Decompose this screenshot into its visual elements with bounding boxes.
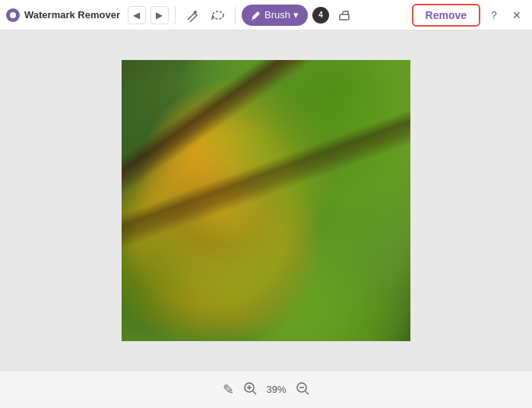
forward-button[interactable]: ▶ xyxy=(150,6,169,24)
zoom-level: 39% xyxy=(266,384,286,395)
brush-size-indicator: 4 xyxy=(312,7,329,24)
forward-icon: ▶ xyxy=(156,10,163,21)
zoom-controls: ✎ 39% xyxy=(0,370,532,408)
toolbar-divider xyxy=(175,6,176,24)
zoom-out-icon[interactable] xyxy=(296,381,309,398)
canvas-area xyxy=(0,30,532,370)
pan-tool-icon[interactable]: ✎ xyxy=(223,381,234,398)
app-title: Watermark Remover xyxy=(24,9,120,21)
brush-button[interactable]: Brush ▾ xyxy=(242,5,308,26)
svg-line-3 xyxy=(253,391,256,394)
svg-line-7 xyxy=(306,391,309,394)
app-logo-icon xyxy=(6,8,20,22)
close-icon: ✕ xyxy=(512,9,521,21)
main-image[interactable] xyxy=(122,60,410,341)
svg-rect-1 xyxy=(340,14,349,20)
back-icon: ◀ xyxy=(133,10,140,21)
toolbar-divider-2 xyxy=(235,6,236,24)
wand-tool-button[interactable] xyxy=(182,5,203,26)
help-button[interactable]: ? xyxy=(485,6,503,24)
help-icon: ? xyxy=(491,9,497,21)
lasso-tool-button[interactable] xyxy=(207,5,229,26)
zoom-in-icon[interactable] xyxy=(243,381,257,398)
title-bar: Watermark Remover ◀ ▶ Brush ▾ 4 xyxy=(0,0,532,30)
back-button[interactable]: ◀ xyxy=(128,6,146,24)
brush-dropdown-icon: ▾ xyxy=(293,9,299,21)
close-button[interactable]: ✕ xyxy=(508,6,526,24)
eraser-tool-button[interactable] xyxy=(334,5,355,26)
remove-button[interactable]: Remove xyxy=(412,4,480,27)
brush-label: Brush xyxy=(264,9,290,21)
